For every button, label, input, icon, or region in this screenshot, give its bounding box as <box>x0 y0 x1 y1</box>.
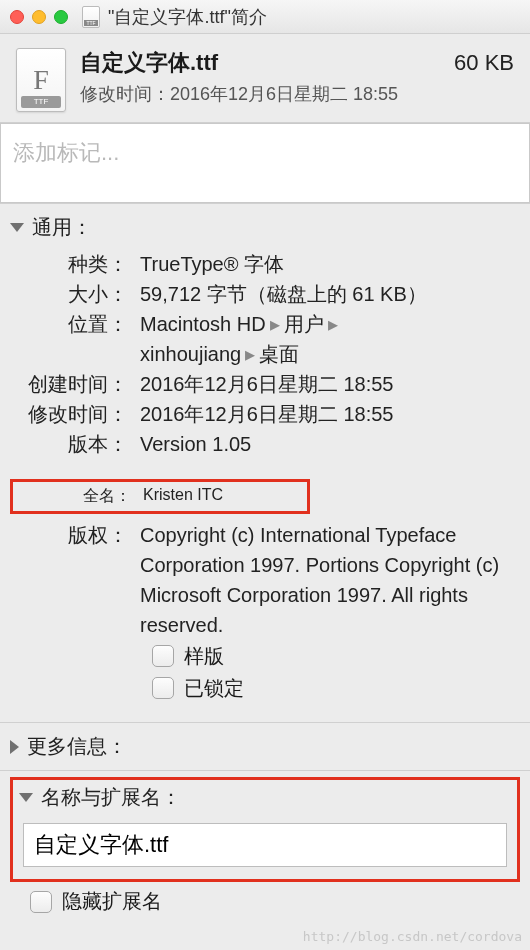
breadcrumb: xinhoujiang <box>140 343 241 365</box>
hide-ext-label: 隐藏扩展名 <box>62 888 162 915</box>
section-more-info-title: 更多信息： <box>27 733 127 760</box>
row-copyright: 版权： Copyright (c) International Typeface… <box>10 520 520 640</box>
filename-input[interactable] <box>23 823 507 867</box>
checkbox-sample[interactable] <box>152 645 174 667</box>
created-value: 2016年12月6日星期二 18:55 <box>140 369 520 399</box>
font-glyph-icon: F <box>33 64 49 96</box>
section-name-ext-header[interactable]: 名称与扩展名： <box>13 780 517 815</box>
locked-label: 已锁定 <box>184 672 244 704</box>
highlight-fullname: 全名： Kristen ITC <box>10 479 310 514</box>
kind-label: 种类： <box>10 249 140 279</box>
file-modified: 修改时间：2016年12月6日星期二 18:55 <box>80 82 514 106</box>
modified-label: 修改时间： <box>80 84 170 104</box>
chevron-right-icon: ▸ <box>241 343 259 365</box>
chevron-right-icon: ▸ <box>266 313 284 335</box>
where-label: 位置： <box>10 309 140 369</box>
chevron-right-icon: ▸ <box>324 313 342 335</box>
file-size: 60 KB <box>454 50 514 76</box>
row-modified: 修改时间： 2016年12月6日星期二 18:55 <box>10 399 520 429</box>
row-sample[interactable]: 样版 <box>152 640 520 672</box>
disclosure-triangle-right-icon <box>10 740 19 754</box>
modified-value2: 2016年12月6日星期二 18:55 <box>140 399 520 429</box>
kind-value: TrueType® 字体 <box>140 249 520 279</box>
close-icon[interactable] <box>10 10 24 24</box>
row-locked[interactable]: 已锁定 <box>152 672 520 704</box>
version-value: Version 1.05 <box>140 429 520 459</box>
fullname-label: 全名： <box>13 486 143 507</box>
disclosure-triangle-down-icon <box>10 223 24 232</box>
file-type-icon: F <box>16 48 66 112</box>
row-size: 大小： 59,712 字节（磁盘上的 61 KB） <box>10 279 520 309</box>
tags-placeholder: 添加标记... <box>13 140 119 165</box>
disclosure-triangle-down-icon <box>19 793 33 802</box>
breadcrumb: 桌面 <box>259 343 299 365</box>
section-general-title: 通用： <box>32 214 92 241</box>
tags-field[interactable]: 添加标记... <box>0 123 530 203</box>
title-file-icon <box>82 6 100 28</box>
row-created: 创建时间： 2016年12月6日星期二 18:55 <box>10 369 520 399</box>
section-name-ext: 名称与扩展名： 隐藏扩展名 <box>0 770 530 921</box>
watermark: http://blog.csdn.net/cordova <box>303 929 522 944</box>
breadcrumb: 用户 <box>284 313 324 335</box>
section-more-info-header[interactable]: 更多信息： <box>10 729 520 764</box>
checkbox-locked[interactable] <box>152 677 174 699</box>
created-label: 创建时间： <box>10 369 140 399</box>
where-value: Macintosh HD▸用户▸ xinhoujiang▸桌面 <box>140 309 520 369</box>
version-label: 版本： <box>10 429 140 459</box>
size-label: 大小： <box>10 279 140 309</box>
breadcrumb: Macintosh HD <box>140 313 266 335</box>
section-more-info: 更多信息： <box>0 722 530 770</box>
section-general: 通用： 种类： TrueType® 字体 大小： 59,712 字节（磁盘上的 … <box>0 203 530 722</box>
zoom-icon[interactable] <box>54 10 68 24</box>
sample-label: 样版 <box>184 640 224 672</box>
file-header: F 自定义字体.ttf 60 KB 修改时间：2016年12月6日星期二 18:… <box>0 34 530 123</box>
titlebar: "自定义字体.ttf"简介 <box>0 0 530 34</box>
section-name-ext-title: 名称与扩展名： <box>41 784 181 811</box>
row-where: 位置： Macintosh HD▸用户▸ xinhoujiang▸桌面 <box>10 309 520 369</box>
highlight-name-ext: 名称与扩展名： <box>10 777 520 882</box>
row-version: 版本： Version 1.05 <box>10 429 520 459</box>
section-general-header[interactable]: 通用： <box>10 210 520 245</box>
minimize-icon[interactable] <box>32 10 46 24</box>
size-value: 59,712 字节（磁盘上的 61 KB） <box>140 279 520 309</box>
modified-value: 2016年12月6日星期二 18:55 <box>170 84 398 104</box>
fullname-value: Kristen ITC <box>143 486 301 507</box>
checkbox-hide-ext[interactable] <box>30 891 52 913</box>
window-title: "自定义字体.ttf"简介 <box>108 5 267 29</box>
row-hide-ext[interactable]: 隐藏扩展名 <box>30 888 526 915</box>
modified-label2: 修改时间： <box>10 399 140 429</box>
window-controls <box>10 10 68 24</box>
row-kind: 种类： TrueType® 字体 <box>10 249 520 279</box>
copyright-label: 版权： <box>10 520 140 640</box>
copyright-value: Copyright (c) International Typeface Cor… <box>140 520 520 640</box>
file-name: 自定义字体.ttf <box>80 48 218 78</box>
